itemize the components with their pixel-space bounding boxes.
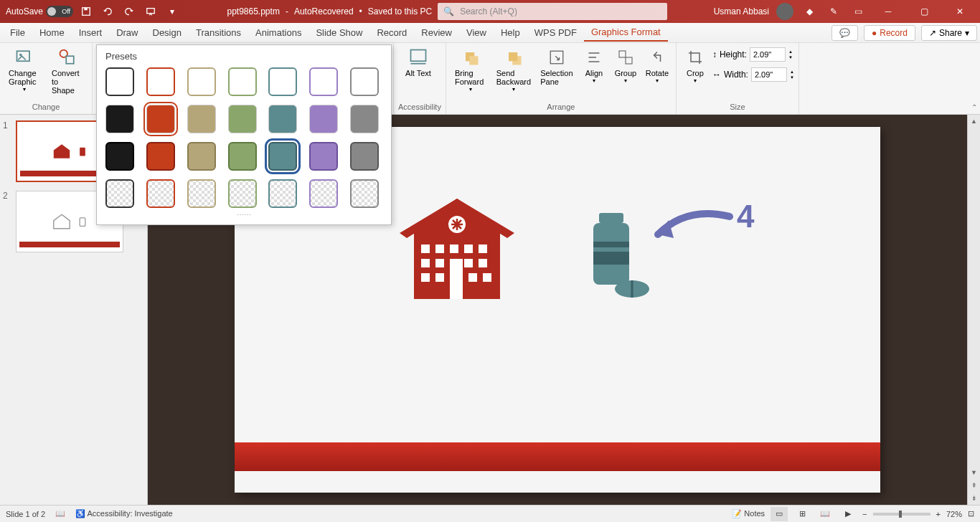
maximize-button[interactable]: ▢ [910,0,938,23]
collapse-ribbon-icon[interactable]: ⌃ [971,103,977,111]
selection-pane-button[interactable]: Selection Pane [537,44,577,87]
ribbon-mode-icon[interactable]: ▭ [849,3,867,20]
height-spinner[interactable]: ▲▼ [788,49,793,60]
preset-fill-gray[interactable] [350,105,379,133]
zoom-out-icon[interactable]: − [862,510,867,518]
preset-fill-red[interactable] [146,105,175,133]
send-backward-button[interactable]: Send Backward▾ [494,44,534,94]
toggle-switch[interactable]: Off [46,6,73,17]
preset-fill-teal[interactable] [268,105,297,133]
tab-draw[interactable]: Draw [109,24,145,41]
preset-outline-green[interactable] [228,67,257,96]
convert-to-shape-button[interactable]: Convert to Shape [47,44,88,96]
tab-home[interactable]: Home [32,24,72,41]
tab-wps[interactable]: WPS PDF [527,24,584,41]
tab-view[interactable]: View [459,24,494,41]
share-button[interactable]: ↗Share▾ [921,25,977,41]
preset-trans-gray[interactable] [350,179,379,208]
comments-button[interactable]: 💬 [831,25,858,41]
preset-outline-purple[interactable] [309,67,338,96]
vertical-scrollbar[interactable]: ▲ ▼ ⇞ ⇟ [967,115,980,505]
zoom-in-icon[interactable]: + [936,510,941,518]
preset-dark-gray[interactable] [350,142,379,171]
tab-file[interactable]: File [3,24,32,41]
prev-slide-icon[interactable]: ⇞ [968,479,980,492]
tab-slideshow[interactable]: Slide Show [308,24,369,41]
preset-outline-tan[interactable] [187,67,216,96]
reading-view-icon[interactable]: 📖 [816,507,834,521]
crop-button[interactable]: Crop▾ [681,44,710,85]
svg-rect-18 [421,245,430,253]
tab-graphics-format[interactable]: Graphics Format [584,24,668,42]
slideshow-view-icon[interactable]: ▶ [839,507,857,521]
present-icon[interactable] [142,3,159,20]
bring-forward-button[interactable]: Bring Forward▾ [451,44,491,94]
preset-trans-teal[interactable] [268,179,297,208]
preset-dark-purple[interactable] [309,142,338,171]
height-input[interactable] [750,47,786,62]
width-spinner[interactable]: ▲▼ [790,69,794,80]
notes-button[interactable]: 📝 Notes [732,509,765,518]
tab-animations[interactable]: Animations [248,24,308,41]
spell-check-icon[interactable]: 📖 [55,509,65,518]
accessibility-status[interactable]: ♿ Accessibility: Investigate [75,509,173,518]
autosave-toggle[interactable]: AutoSave Off [6,6,73,17]
brush-icon[interactable]: ✎ [825,3,842,20]
preset-trans-green[interactable] [228,179,257,208]
record-button[interactable]: ●Record [864,25,915,41]
preset-trans-tan[interactable] [187,179,216,208]
preset-fill-green[interactable] [228,105,257,133]
preset-trans-black[interactable] [105,179,134,208]
next-slide-icon[interactable]: ⇟ [968,492,980,505]
sorter-view-icon[interactable]: ⊞ [793,507,811,521]
tab-transitions[interactable]: Transitions [189,24,248,41]
preset-dark-green[interactable] [228,142,257,171]
redo-icon[interactable] [121,3,138,20]
tab-insert[interactable]: Insert [72,24,110,41]
alt-text-button[interactable]: Alt Text [398,44,438,79]
preset-outline-teal[interactable] [268,67,297,96]
tab-record[interactable]: Record [369,24,414,41]
preset-trans-purple[interactable] [309,179,338,208]
minimize-button[interactable]: ─ [874,0,903,23]
avatar[interactable] [776,3,793,20]
preset-dark-teal[interactable] [268,142,297,171]
dropdown-resize-handle[interactable]: ⋯⋯ [105,208,382,219]
svg-rect-34 [593,242,629,247]
scroll-up-icon[interactable]: ▲ [968,115,980,128]
qat-more-icon[interactable]: ▾ [164,3,181,20]
close-button[interactable]: ✕ [946,0,974,23]
preset-outline-red[interactable] [146,67,175,96]
medicine-graphic[interactable] [586,213,651,299]
tab-review[interactable]: Review [414,24,459,41]
align-button[interactable]: Align▾ [580,44,608,85]
hospital-graphic[interactable] [400,199,514,299]
preset-trans-red[interactable] [146,179,175,208]
slide-num-2: 2 [3,191,13,252]
preset-outline-gray[interactable] [350,67,379,96]
diamond-icon[interactable]: ◆ [801,3,818,20]
preset-dark-black[interactable] [105,142,134,171]
preset-fill-black[interactable] [105,105,134,133]
width-input[interactable] [751,67,787,82]
scroll-down-icon[interactable]: ▼ [968,466,980,479]
preset-dark-red[interactable] [146,142,175,171]
preset-outline-dark[interactable] [105,67,134,96]
height-label: Height: [720,49,747,60]
svg-rect-27 [450,259,463,299]
preset-fill-tan[interactable] [187,105,216,133]
save-icon[interactable] [77,3,95,20]
undo-icon[interactable] [99,3,116,20]
scroll-track[interactable] [968,128,980,466]
search-box[interactable]: 🔍 Search (Alt+Q) [438,3,667,20]
tab-help[interactable]: Help [494,24,527,41]
fit-window-icon[interactable]: ⊡ [968,509,974,518]
tab-design[interactable]: Design [146,24,189,41]
rotate-button[interactable]: Rotate▾ [643,44,672,85]
preset-dark-tan[interactable] [187,142,216,171]
change-graphic-button[interactable]: Change Graphic ▾ [4,44,44,94]
group-button[interactable]: Group▾ [611,44,640,85]
preset-fill-purple[interactable] [309,105,338,133]
normal-view-icon[interactable]: ▭ [771,507,788,521]
zoom-slider[interactable] [873,513,930,516]
